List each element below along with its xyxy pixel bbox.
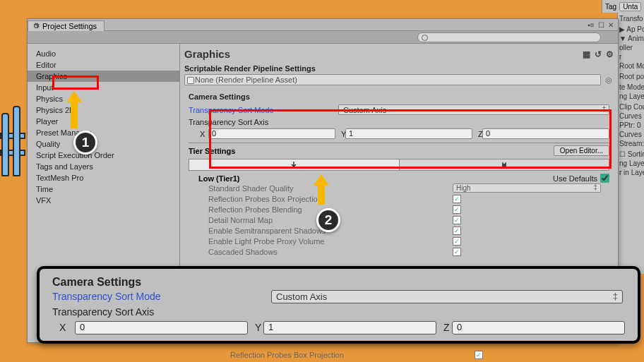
prop-checkbox[interactable]: ✓ [453,248,461,256]
inspector-line: Transfo [619,14,643,23]
gear-icon [32,23,40,30]
axis-z-input[interactable]: 0 [482,128,609,139]
prop-label: Standard Shader Quality [208,184,441,193]
tier-property-row: Detail Normal Map✓ [189,215,609,225]
sidebar-item-preset-manager[interactable]: Preset Manager [28,127,179,138]
platform-tab-standalone[interactable] [189,159,400,170]
zoom-x-label: X [59,322,75,333]
inspector-line: Root pos [619,72,643,81]
sidebar-item-player[interactable]: Player [28,116,179,127]
use-defaults-label: Use Defaults [553,174,597,183]
search-input[interactable] [417,32,601,42]
preset-icon[interactable]: ▦ [583,49,590,59]
prop-checkbox[interactable]: ✓ [453,227,461,235]
sort-axis-label: Transparency Sort Axis [189,118,338,126]
sidebar-item-audio[interactable]: Audio [28,48,179,59]
sidebar-item-input[interactable]: Input [28,82,179,93]
use-defaults-checkbox[interactable] [600,174,609,183]
search-row [28,31,618,44]
android-icon [501,162,508,169]
zoom-axis-label: Transparency Sort Axis [52,306,271,318]
help-icon[interactable]: ⚙ [606,49,614,59]
inspector-line: r in Laye [619,168,643,177]
prop-label: Cascaded Shadows [208,248,441,256]
axis-x-input[interactable]: 0 [208,128,335,139]
svg-point-2 [505,162,506,164]
window-titlebar: Project Settings ▪≡ ☐ ✕ [28,19,618,31]
sort-mode-dropdown[interactable]: Custom Axis [338,104,609,115]
pipeline-title: Scriptable Render Pipeline Settings [184,63,614,74]
platform-tabs [189,159,609,171]
reset-icon[interactable]: ↺ [595,49,602,59]
popout-icon[interactable]: ▪≡ [587,21,595,29]
sidebar-item-physics[interactable]: Physics [28,93,179,104]
platform-tab-android[interactable] [400,159,609,170]
inspector-line: Clip Cou [619,102,643,111]
window-buttons: ▪≡ ☐ ✕ [587,21,618,29]
sidebar-item-graphics[interactable]: Graphics [28,71,179,82]
camera-settings-title: Camera Settings [189,92,609,101]
inspector-tag-row: Tag Unta [602,0,644,13]
prop-checkbox[interactable]: ✓ [453,195,461,203]
zoom-z-input[interactable]: 0 [452,321,625,334]
prop-label: Reflection Probes Box Projection [230,351,463,359]
tier-row: Low (Tier1) Use Defaults [189,174,609,183]
sidebar-item-physics-2d[interactable]: Physics 2D [28,104,179,116]
svg-rect-0 [502,164,506,167]
axis-y-label: Y [335,130,345,138]
sidebar-item-quality[interactable]: Quality [28,138,179,150]
prop-label: Enable Semitransparent Shadows [208,227,441,235]
window-tab[interactable]: Project Settings [28,20,105,31]
object-picker-icon[interactable]: ◎ [604,74,614,85]
inspector-line: ▶ Ap Por [619,25,643,34]
close-icon[interactable]: ✕ [607,21,615,29]
prop-checkbox[interactable]: ✓ [453,216,461,224]
axis-y-input[interactable]: 1 [345,128,472,139]
prop-checkbox[interactable]: ✓ [453,205,461,214]
sort-mode-label: Transparency Sort Mode [189,106,338,114]
zoom-title: Camera Settings [52,276,625,289]
inspector-line: Root Mo [619,61,643,71]
background-sprite [0,106,25,191]
maximize-icon[interactable]: ☐ [597,21,605,29]
sidebar-item-time[interactable]: Time [28,183,179,195]
tier-property-row: Standard Shader QualityHigh [189,183,609,193]
prop-label: Reflection Probes Blending [208,205,441,214]
zoom-x-input[interactable]: 0 [75,321,248,334]
pipeline-asset-field[interactable]: None (Render Pipeline Asset) [184,74,601,85]
zoom-panel: Camera Settings Transparency Sort Mode C… [37,266,640,344]
page-title: Graphics ▦ ↺ ⚙ [184,47,614,63]
tier-property-row: Enable Light Probe Proxy Volume✓ [189,236,609,246]
zoom-y-label: Y [248,322,263,333]
prop-checkbox[interactable]: ✓ [453,237,461,246]
sidebar-item-vfx[interactable]: VFX [28,195,179,206]
inspector-panel-clipped: Transfo▶ Ap Por▼ AnimaollerrRoot MoRoot … [617,13,644,274]
tier-prop-peek: Reflection Probes Box Projection ✓ [210,349,613,360]
zoom-mode-label: Transparency Sort Mode [52,291,271,302]
sidebar-item-tags-and-layers[interactable]: Tags and Layers [28,161,179,172]
camera-settings-block: Camera Settings Transparency Sort Mode C… [184,90,614,263]
zoom-y-input[interactable]: 1 [263,321,436,334]
tab-title: Project Settings [42,22,97,30]
inspector-line: ng Layer [619,159,643,168]
tag-dropdown[interactable]: Unta [619,2,641,11]
inspector-line: te Mode [619,83,643,92]
download-icon [290,162,297,169]
prop-checkbox[interactable]: ✓ [475,351,483,359]
sidebar-item-editor[interactable]: Editor [28,59,179,71]
tag-label: Tag [605,3,616,11]
prop-label: Reflection Probes Box Projection [208,195,441,203]
inspector-line: ▼ Anima [619,34,643,43]
sidebar-item-textmesh-pro[interactable]: TextMesh Pro [28,172,179,183]
axis-z-label: Z [472,130,482,138]
inspector-line: Curves P [619,111,643,121]
open-editor-button[interactable]: Open Editor... [554,145,609,156]
inspector-line: Curves C [619,130,643,139]
inspector-line: PPtr: 0 [619,121,643,130]
prop-label: Detail Normal Map [208,216,441,224]
zoom-mode-dropdown[interactable]: Custom Axis [271,290,623,303]
prop-dropdown[interactable]: High [453,183,601,193]
sidebar-item-script-execution-order[interactable]: Script Execution Order [28,150,179,161]
tier-name: Low (Tier1) [198,174,239,183]
tier-settings-title: Tier Settings [189,147,235,155]
